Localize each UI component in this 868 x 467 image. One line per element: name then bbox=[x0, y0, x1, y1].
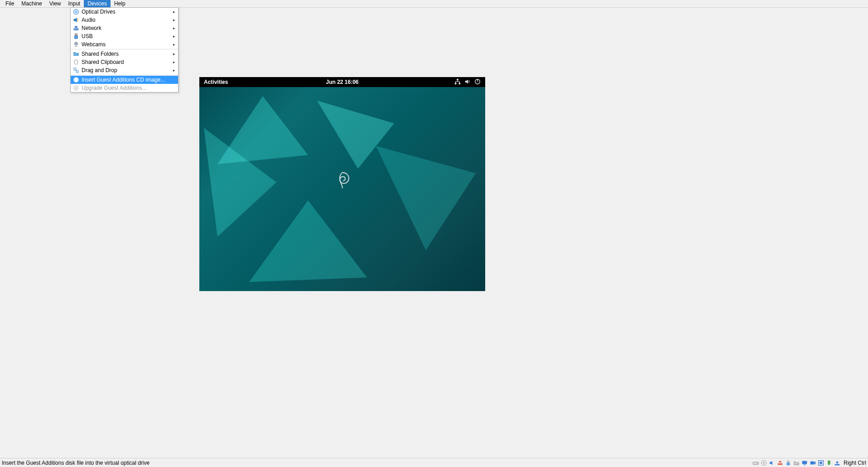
devices-dropdown: Optical Drives ▸ Audio ▸ Network ▸ USB ▸… bbox=[70, 7, 178, 92]
menu-file[interactable]: File bbox=[2, 0, 18, 7]
menu-usb[interactable]: USB ▸ bbox=[71, 32, 178, 40]
svg-rect-12 bbox=[75, 60, 77, 61]
svg-point-18 bbox=[76, 88, 77, 89]
audio-indicator-icon[interactable] bbox=[769, 459, 776, 466]
audio-icon bbox=[72, 16, 80, 24]
svg-marker-3 bbox=[75, 18, 77, 23]
svg-rect-45 bbox=[835, 464, 840, 465]
svg-rect-19 bbox=[457, 78, 458, 80]
svg-marker-22 bbox=[465, 79, 468, 83]
svg-rect-20 bbox=[455, 83, 457, 84]
guest-datetime[interactable]: Jun 22 16:06 bbox=[199, 79, 485, 85]
menu-shared-clipboard[interactable]: Shared Clipboard ▸ bbox=[71, 58, 178, 66]
svg-rect-41 bbox=[810, 461, 814, 464]
menu-optical-drives[interactable]: Optical Drives ▸ bbox=[71, 8, 178, 16]
menu-item-label: Webcams bbox=[82, 41, 106, 48]
host-key-label[interactable]: Right Ctrl bbox=[843, 460, 866, 466]
menu-separator bbox=[71, 49, 178, 49]
svg-rect-4 bbox=[74, 29, 79, 30]
svg-point-1 bbox=[75, 11, 77, 13]
menu-audio[interactable]: Audio ▸ bbox=[71, 16, 178, 24]
recording-indicator-icon[interactable] bbox=[810, 459, 816, 466]
network-icon bbox=[72, 24, 80, 32]
menu-separator bbox=[71, 75, 178, 75]
svg-marker-42 bbox=[814, 461, 816, 464]
chevron-right-icon: ▸ bbox=[173, 26, 175, 30]
svg-rect-40 bbox=[804, 464, 806, 465]
webcam-icon bbox=[72, 41, 80, 48]
mouse-indicator-icon[interactable] bbox=[826, 459, 833, 466]
disc-icon bbox=[72, 8, 80, 15]
svg-rect-36 bbox=[779, 461, 781, 462]
menu-insert-guest-additions[interactable]: Insert Guest Additions CD image... bbox=[71, 76, 178, 84]
power-indicator-icon[interactable] bbox=[474, 78, 481, 86]
menubar: File Machine View Input Devices Help bbox=[0, 0, 868, 8]
svg-rect-11 bbox=[75, 60, 78, 64]
guest-topbar: Activities Jun 22 16:06 bbox=[199, 77, 485, 87]
menu-item-label: Audio bbox=[82, 17, 96, 23]
svg-marker-28 bbox=[376, 146, 476, 250]
usb-icon bbox=[72, 33, 80, 40]
menu-item-label: Upgrade Guest Additions... bbox=[82, 85, 146, 91]
statusbar: Insert the Guest Additions disk file int… bbox=[0, 458, 868, 467]
chevron-right-icon: ▸ bbox=[173, 18, 175, 22]
menu-shared-folders[interactable]: Shared Folders ▸ bbox=[71, 50, 178, 58]
svg-rect-21 bbox=[459, 83, 461, 84]
svg-rect-35 bbox=[778, 463, 783, 465]
menu-machine[interactable]: Machine bbox=[18, 0, 45, 7]
menu-item-label: Network bbox=[82, 25, 101, 31]
features-indicator-icon[interactable] bbox=[818, 459, 825, 466]
menu-upgrade-guest-additions: Upgrade Guest Additions... bbox=[71, 84, 178, 92]
svg-rect-39 bbox=[802, 461, 807, 464]
svg-rect-37 bbox=[787, 460, 790, 462]
shared-folder-indicator-icon[interactable] bbox=[793, 459, 800, 466]
menu-view[interactable]: View bbox=[46, 0, 65, 7]
drag-icon bbox=[72, 67, 80, 74]
status-icons bbox=[752, 459, 841, 466]
disc-insert-icon bbox=[72, 76, 80, 83]
svg-point-33 bbox=[763, 462, 765, 463]
menu-network[interactable]: Network ▸ bbox=[71, 24, 178, 32]
chevron-right-icon: ▸ bbox=[173, 68, 175, 73]
menu-webcams[interactable]: Webcams ▸ bbox=[71, 40, 178, 49]
svg-rect-5 bbox=[75, 26, 77, 28]
optical-indicator-icon[interactable] bbox=[761, 459, 767, 466]
menu-item-label: Drag and Drop bbox=[82, 67, 117, 73]
usb-indicator-icon[interactable] bbox=[785, 459, 792, 466]
svg-point-16 bbox=[76, 79, 77, 81]
menu-help[interactable]: Help bbox=[111, 0, 129, 7]
svg-point-10 bbox=[76, 43, 77, 44]
menu-item-label: Optical Drives bbox=[82, 9, 116, 15]
network-indicator-icon[interactable] bbox=[454, 78, 461, 86]
svg-rect-38 bbox=[787, 462, 790, 465]
svg-marker-34 bbox=[770, 461, 772, 465]
chevron-right-icon: ▸ bbox=[173, 52, 175, 56]
guest-wallpaper bbox=[199, 87, 485, 291]
chevron-right-icon: ▸ bbox=[173, 34, 175, 39]
chevron-right-icon: ▸ bbox=[173, 60, 175, 64]
menu-drag-and-drop[interactable]: Drag and Drop ▸ bbox=[71, 66, 178, 74]
svg-rect-2 bbox=[74, 19, 76, 21]
vm-display[interactable]: Activities Jun 22 16:06 bbox=[199, 77, 485, 291]
disc-upgrade-icon bbox=[72, 84, 80, 92]
volume-indicator-icon[interactable] bbox=[464, 78, 471, 86]
svg-rect-44 bbox=[820, 462, 822, 464]
menu-item-label: Shared Folders bbox=[82, 51, 119, 57]
svg-point-31 bbox=[757, 463, 758, 464]
hard-disk-indicator-icon[interactable] bbox=[752, 459, 759, 466]
svg-rect-8 bbox=[75, 36, 78, 39]
display-indicator-icon[interactable] bbox=[801, 459, 808, 466]
statusbar-text: Insert the Guest Additions disk file int… bbox=[2, 460, 149, 466]
chevron-right-icon: ▸ bbox=[173, 42, 175, 47]
keyboard-indicator-icon[interactable] bbox=[834, 459, 841, 466]
activities-button[interactable]: Activities bbox=[204, 79, 228, 85]
clipboard-icon bbox=[72, 58, 80, 66]
svg-rect-7 bbox=[75, 34, 77, 36]
menu-item-label: Insert Guest Additions CD image... bbox=[82, 77, 165, 83]
menu-devices[interactable]: Devices bbox=[84, 0, 111, 7]
menu-input[interactable]: Input bbox=[65, 0, 84, 7]
network-indicator-icon[interactable] bbox=[777, 459, 784, 466]
chevron-right-icon: ▸ bbox=[173, 10, 175, 14]
menu-item-label: USB bbox=[82, 33, 93, 39]
debian-swirl-icon bbox=[335, 171, 350, 191]
